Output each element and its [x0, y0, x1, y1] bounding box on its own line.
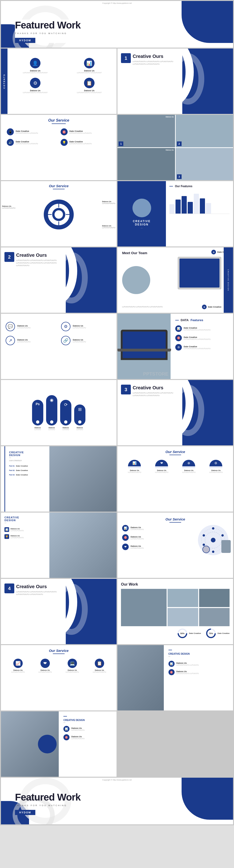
features2-items: 📊 Datoos Us LUTUVUTUVUTU 🎯 Datoos Us LUT…	[63, 726, 112, 740]
connected-item-1: 📊 Datoos Us LUTUVUTUVUTU	[122, 525, 194, 531]
creative-title-4: Creative Ours	[16, 584, 47, 589]
connected-item-3: ❤ Datoos Us LUTUVUTUVUTU	[122, 544, 194, 550]
semi-label-3: Datoos Us	[184, 469, 193, 471]
person-photo-small	[222, 540, 231, 553]
cd-list-photo	[49, 446, 116, 512]
slide-our-service-semi: Our Service 📊 Datoos Us LUTUVUTUVUTU ❤ D…	[118, 446, 233, 512]
data-text-1: Date Creative LUTUVUTUVUTU LUTUVUTUVUTU	[184, 327, 211, 331]
semi-base-4	[209, 466, 222, 468]
svg-text:50%: 50%	[180, 632, 184, 634]
creative-design-left: CREATIVE DESIGN —	[118, 181, 166, 246]
main-subtitle: THANKS FOR YOU WATCHING	[15, 32, 80, 35]
creative-desc-3: LUTUVUTUVUTU LUTUVUTUVUTU LUTUVUTUVUTU L…	[133, 392, 180, 397]
service-item-1: 📱 Date Creative LUTUVUTUVUTU LUTUVUTU	[7, 128, 57, 135]
service-items-grid: 📱 Date Creative LUTUVUTUVUTU LUTUVUTU 🎯 …	[1, 126, 116, 148]
pill-label-1: Datoos	[34, 427, 41, 429]
chart-baseline	[170, 214, 230, 214]
end-badge: HYDOM	[15, 810, 35, 815]
semi-items-row: 📊 Datoos Us LUTUVUTUVUTU ❤ Datoos Us LUT…	[121, 460, 230, 473]
data-item-1: 📊 Date Creative LUTUVUTUVUTU LUTUVUTUVUT…	[175, 326, 228, 332]
data-dash	[175, 320, 179, 320]
features2-icon-1: 📊	[63, 726, 70, 732]
cdl-photo-bg	[49, 513, 116, 578]
pill-shape-3: ⟳	[60, 400, 71, 426]
icons-divider	[53, 653, 64, 654]
photo-num-4: 3	[177, 174, 182, 179]
cdl-text-2: Datoos Us LUTUVUTUVUTU	[10, 535, 24, 538]
connected-text-2: Datoos Us LUTUVUTUVUTU	[131, 536, 144, 539]
data-label-2: Date Creative	[184, 336, 211, 338]
service-sub-3: LUTUVUTUVUTU LUTUVUTU	[16, 143, 38, 145]
svg-point-2	[54, 210, 63, 219]
icons-service-header: Our Service	[4, 649, 113, 654]
cd-vert-bar	[4, 446, 5, 512]
features2-text-2: Datoos Us LUTUVUTUVUTU	[71, 736, 84, 739]
svg-point-16	[203, 546, 210, 553]
sidebar-label-container: COTENTS	[1, 49, 7, 114]
features2-label-1: Datoos Us	[71, 727, 84, 730]
bar-1	[170, 204, 175, 214]
svg-point-13	[203, 544, 205, 546]
service-item-3: 🔊 Date Creative LUTUVUTUVUTU LUTUVUTU	[7, 139, 57, 146]
cd-item-2: Part 02 Date Creative	[9, 469, 45, 471]
contents-sub-3: LUTUVUTUVUTU UTUVUTUVUT	[23, 92, 48, 93]
laptop-screen-inner	[180, 258, 219, 287]
features-item-1: 📊 Datoos Us LUTUVUTUVUTU LUTUVUTU	[168, 661, 228, 667]
date-label-2: Date Creative	[208, 306, 222, 308]
semi-icon-2: ❤	[155, 460, 168, 466]
data-laptop-photo: PPTSTORE	[118, 314, 171, 379]
cdl-item-2: 🏆 Datoos Us LUTUVUTUVUTU	[4, 534, 46, 539]
features-icon-f1: 📊	[168, 661, 175, 667]
svg-text:75%: 75%	[209, 632, 213, 634]
gear-label-3: Datoos Us LUTUVUTUVUTU	[102, 225, 115, 228]
creative-desc-4: LUTUVUTUVUTU LUTUVUTUVUTU LUTUVUTUVUTU L…	[16, 590, 63, 596]
features2-text-1: Datoos Us LUTUVUTUVUTU	[71, 727, 84, 731]
slide-our-service-connected: Our Service 📊 Datoos Us LUTUVUTUVUTU 🎯 D…	[118, 513, 233, 578]
connected-icon-2: 🎯	[122, 534, 129, 541]
semi-sub-2: LUTUVUTUVUTU	[155, 471, 168, 473]
gear-svg	[41, 197, 76, 232]
features-title-row	[168, 650, 228, 650]
connected-item-2: 🎯 Datoos Us LUTUVUTUVUTU	[122, 534, 194, 541]
data-features-label: Features	[190, 318, 203, 322]
features-dash-1	[168, 650, 172, 650]
progress-row: 50% Date Creative 75% Date Creative	[121, 628, 230, 639]
pill-2: ◉ Datoos LUTUVU	[46, 395, 57, 430]
features-sub-f2: LUTUVUTUVUTU LUTUVUTU	[177, 673, 199, 674]
cd-item-3: Part 03 Date Creative	[9, 474, 45, 476]
social-icon-4: 🔗	[61, 336, 71, 345]
laptop-base-data	[118, 349, 171, 351]
date-icon-1: ⊕	[211, 250, 216, 254]
end-copyright: Copyright © http://www.pptstore.net	[102, 779, 132, 781]
contents-label-3: Datoos Us	[30, 89, 41, 92]
icons-sub-3: LUTUVUTUVUTU	[66, 671, 79, 673]
social-text-3: Datoos Us LUTUVUTUVUTU	[17, 339, 30, 343]
data-items: 📊 Date Creative LUTUVUTUVUTU LUTUVUTUVUT…	[175, 326, 228, 350]
creative-left-title2: DESIGN	[135, 223, 149, 226]
data-text-3: Date Creative LUTUVUTUVUTU LUTUVUTUVUTU	[184, 345, 211, 349]
work-photo-main	[121, 589, 166, 626]
cdl-photo	[49, 513, 116, 578]
cdl-item-1: 📊 Datoos Us LUTUVUTUVUTU	[4, 527, 46, 532]
pill-icon-4: ⊞	[78, 407, 82, 412]
connected-label-3: Datoos Us	[131, 545, 144, 547]
progress-label-2: Date Creative	[217, 632, 230, 634]
icons-service-title: Our Service	[49, 649, 69, 653]
slide-our-service-icons: Our Service 📈 Datoos Us LUTUVUTUVUTU ❤ D…	[1, 645, 116, 710]
data-icon-3: ⚙	[175, 344, 182, 350]
end-subtitle: THANKS FOR YOU WATCHING	[15, 804, 80, 807]
creative-desc-2: LUTUVUTUVUTU LUTUVUTUVUTU LUTUVUTUVUTU L…	[16, 259, 68, 267]
slide-our-work: Our Work 50% Date Creative	[118, 579, 233, 644]
features2-icon-2: 🎯	[63, 734, 70, 740]
data-sub-2: LUTUVUTUVUTU LUTUVUTUVUTU	[184, 338, 211, 340]
features-title: Our Features	[175, 185, 192, 188]
photo-3: Datoos Us	[118, 148, 175, 180]
gear-label-2: Datoos Us LUTUVUTUVUTU	[102, 200, 115, 204]
laptop-screen-data	[123, 332, 166, 358]
features-sub-dash: —	[168, 655, 228, 657]
features2-dash	[63, 716, 67, 716]
semi-base-3	[182, 466, 195, 468]
social-item-2: ⚙ Datoos Us LUTUVUTUVUTU	[61, 322, 112, 331]
service-icon-1: 📱	[7, 128, 14, 135]
gear-label-1: Datoos Us LUTUVUTUVUTU	[2, 205, 16, 209]
